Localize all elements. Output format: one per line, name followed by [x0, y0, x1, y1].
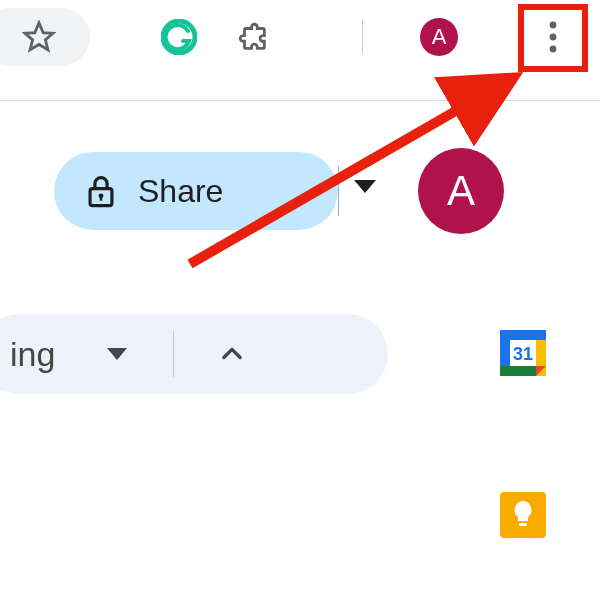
more-vert-icon [549, 21, 557, 53]
google-account-initial: A [447, 167, 475, 215]
chrome-menu-button[interactable] [530, 14, 576, 60]
google-account-avatar[interactable]: A [418, 148, 504, 234]
share-separator [338, 166, 339, 216]
share-button[interactable]: Share [54, 152, 338, 230]
svg-marker-0 [25, 23, 53, 50]
svg-point-3 [550, 34, 557, 41]
editing-separator [173, 331, 174, 377]
svg-point-2 [550, 22, 557, 29]
editing-mode-dropdown-icon[interactable] [107, 348, 127, 360]
browser-profile-avatar[interactable]: A [420, 18, 458, 56]
svg-rect-11 [500, 366, 536, 376]
collapse-toolbar-icon[interactable] [218, 340, 246, 368]
svg-rect-14 [519, 523, 527, 526]
bookmark-star-icon[interactable] [18, 16, 60, 58]
editing-mode-bar: ing [0, 314, 388, 394]
browser-toolbar: A [0, 0, 600, 74]
google-keep-icon[interactable] [498, 490, 548, 540]
share-button-label: Share [138, 173, 223, 210]
calendar-day-number: 31 [513, 344, 533, 364]
toolbar-divider [0, 100, 600, 101]
grammarly-icon[interactable] [158, 16, 200, 58]
share-dropdown-icon[interactable] [354, 180, 376, 193]
browser-separator [362, 20, 363, 54]
svg-rect-7 [100, 196, 102, 201]
editing-mode-label: ing [10, 335, 55, 374]
extensions-icon[interactable] [232, 16, 274, 58]
svg-point-4 [550, 46, 557, 53]
browser-profile-initial: A [432, 24, 447, 50]
lock-icon [86, 174, 116, 208]
google-calendar-icon[interactable]: 31 [498, 328, 548, 378]
